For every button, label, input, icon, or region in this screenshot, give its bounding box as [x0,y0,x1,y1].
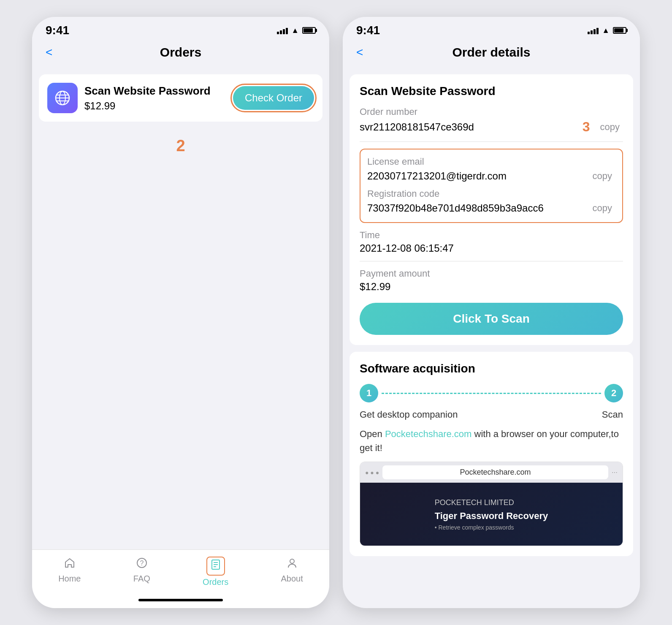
order-details-title: Scan Website Password [360,84,623,98]
orders-icon [206,557,225,576]
reg-code-value: 73037f920b48e701d498d859b3a9acc6 [367,202,544,214]
preview-content: POCKETECH LIMITED Tiger Password Recover… [360,483,623,546]
check-order-button[interactable]: Check Order [233,86,314,110]
tab-faq[interactable]: ? FAQ [127,555,157,589]
signal-icon-left [277,27,288,34]
status-bar-right: 9:41 ▲ [343,17,640,41]
payment-label: Payment amount [360,268,623,279]
browser-bar: ● ● ● Pocketechshare.com ⋯ [360,462,623,483]
step-1-circle: 1 [360,384,378,402]
payment-row: Payment amount $12.99 [360,268,623,293]
svg-point-11 [290,559,294,563]
separator-1 [360,141,623,142]
left-phone: 9:41 ▲ < Orders [32,17,329,608]
nav-header-right: < Order details [343,41,640,68]
time-label: Time [360,230,623,241]
order-number-row: Order number svr211208181547ce369d 3 cop… [360,106,623,135]
copy-order-number-button[interactable]: copy [597,120,623,134]
order-details-card: Scan Website Password Order number svr21… [350,74,633,345]
order-info: Scan Website Password $12.99 [84,84,226,112]
status-bar-left: 9:41 ▲ [32,17,329,41]
nav-header-left: < Orders [32,41,329,68]
tab-home-label: Home [58,574,81,584]
page-title-left: Orders [160,45,201,60]
step-number-3: 3 [583,119,590,135]
step-labels-row: Get desktop companion Scan [360,409,623,420]
order-number-label: Order number [360,106,623,117]
tab-orders[interactable]: Orders [196,555,235,589]
left-phone-content: Scan Website Password $12.99 Check Order… [32,68,329,549]
wifi-icon-left: ▲ [291,26,299,35]
right-phone-content: Scan Website Password Order number svr21… [343,68,640,608]
software-acquisition-section: Software acquisition 1 2 Get desktop com… [350,352,633,556]
url-bar: Pocketechshare.com [382,465,608,479]
tab-faq-label: FAQ [133,574,150,584]
back-button-right[interactable]: < [353,44,366,61]
preview-brand: POCKETECH LIMITED [435,498,548,507]
page-title-right: Order details [452,45,530,60]
step-2-circle: 2 [604,384,623,402]
wifi-icon-right: ▲ [602,26,610,35]
back-button-left[interactable]: < [42,44,56,61]
app-icon [47,83,78,113]
step-dashes [382,393,601,394]
reg-code-label: Registration code [367,188,615,199]
order-number-value: svr211208181547ce369d [360,121,583,133]
tab-bar: Home ? FAQ [32,549,329,599]
payment-value: $12.99 [360,281,623,293]
person-icon [286,557,298,572]
status-icons-left: ▲ [277,26,316,35]
license-email-label: License email [367,156,615,167]
home-indicator-left [138,599,223,601]
tab-home[interactable]: Home [51,555,87,589]
svg-text:?: ? [140,560,144,567]
separator-2 [360,261,623,261]
status-icons-right: ▲ [588,26,626,35]
click-to-scan-button[interactable]: Click To Scan [360,303,623,335]
website-link[interactable]: Pocketechshare.com [385,429,471,439]
step-2-label: Scan [602,409,623,420]
order-card: Scan Website Password $12.99 Check Order [39,74,322,122]
time-row: Time 2021-12-08 06:15:47 [360,230,623,254]
battery-icon-left [302,27,316,34]
step-1-label: Get desktop companion [360,409,458,420]
copy-email-button[interactable]: copy [589,169,615,183]
license-registration-box: License email 22030717213201@tigerdr.com… [360,149,623,223]
software-description: Open Pocketechshare.com with a browser o… [360,427,623,455]
battery-icon-right [613,27,626,34]
tab-about[interactable]: About [274,555,310,589]
right-phone: 9:41 ▲ < Order details [343,17,640,608]
tab-orders-label: Orders [203,577,228,587]
software-title: Software acquisition [360,362,623,375]
website-preview: ● ● ● Pocketechshare.com ⋯ POCKETECH LIM… [360,462,623,546]
order-name: Scan Website Password [84,84,226,98]
tab-about-label: About [281,574,303,584]
preview-title: Tiger Password Recovery [435,511,548,522]
step-number-2: 2 [39,128,322,159]
home-icon [64,557,76,572]
copy-reg-code-button[interactable]: copy [589,201,615,215]
signal-icon-right [588,27,599,34]
globe-icon [54,90,71,106]
faq-icon: ? [136,557,148,572]
time-left: 9:41 [46,24,69,37]
order-price: $12.99 [84,100,226,112]
time-value: 2021-12-08 06:15:47 [360,242,623,254]
time-right: 9:41 [356,24,380,37]
license-email-value: 22030717213201@tigerdr.com [367,170,507,182]
steps-row: 1 2 [360,384,623,402]
preview-features: • Retrieve complex passwords [435,524,548,531]
